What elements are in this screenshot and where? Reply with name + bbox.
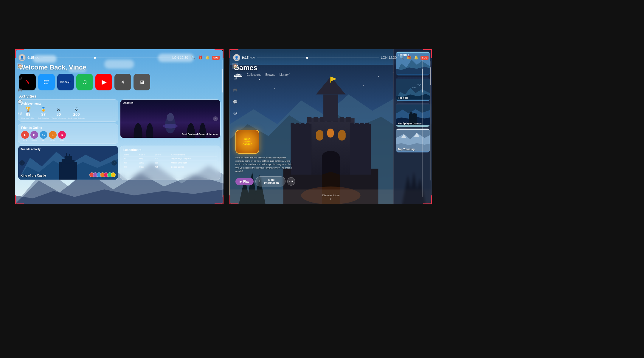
updates-title: Updates [123, 101, 134, 104]
game-logo: KING OF THE CASTLE [235, 130, 259, 154]
svg-rect-17 [66, 153, 67, 158]
svg-point-6 [199, 123, 206, 138]
achievement-item-1: 🏆 98 Champion's Glory [21, 107, 35, 119]
lb-name-1: Serg [138, 157, 154, 161]
friend-name-ruby: Ruby [60, 139, 64, 141]
grid-app[interactable]: ⊞ [134, 74, 150, 90]
panel-trending[interactable]: Top Trending [396, 129, 430, 152]
rs-sidebar-panels: Featured For You [393, 49, 432, 204]
ellipsis-icon: ••• [289, 179, 293, 183]
fa-next-button[interactable]: › [111, 160, 117, 166]
disney-app[interactable]: Disney+ [57, 74, 74, 90]
table-row: 03 Ruby 495 Speed Demon [123, 165, 217, 169]
table-row: 01 Serg 725 Legendary Conqueror [123, 157, 217, 161]
updates-arrow[interactable]: › [213, 116, 218, 121]
rs-sidebar-map-icon[interactable]: 🗺 [232, 110, 238, 117]
leaderboard-table: Rank Name Score Achievements 01 Serg 725… [123, 153, 217, 169]
gift-icon[interactable]: 🎁 [198, 55, 203, 60]
more-options-button[interactable]: ••• [287, 177, 295, 186]
trophy-icon: 🏆 [26, 107, 31, 112]
right-bell-icon[interactable]: 🔔 [413, 55, 419, 60]
svg-rect-45 [340, 117, 344, 122]
rs-sidebar-home-icon[interactable]: 🏠 [232, 63, 238, 69]
right-gift-icon[interactable]: 🎁 [406, 55, 412, 60]
friend-luna: L Luna [21, 131, 29, 141]
bell-icon[interactable]: 🔔 [205, 55, 210, 60]
sidebar-map-icon[interactable]: 🗺 [17, 110, 23, 117]
rs-sidebar-chat-icon[interactable]: 💬 [232, 98, 238, 105]
lb-rank-3: 03 [123, 165, 138, 169]
welcome-message: Welcome Back, Vince [19, 64, 86, 71]
tab-library[interactable]: Library [280, 73, 289, 77]
panel-multiplayer[interactable]: Multiplayer Games [396, 103, 430, 127]
play-label: Play [243, 180, 249, 183]
left-bracket-bl [15, 195, 24, 204]
spotify-app[interactable]: ♫ [76, 74, 93, 90]
panel-multiplayer-label: Multiplayer Games [398, 122, 422, 125]
right-scrollbar[interactable] [422, 60, 423, 197]
achievement-item-3: ⚔ 50 Warrior's Triumph [52, 107, 66, 119]
svg-rect-40 [307, 117, 311, 122]
ach-value-1: 98 [26, 112, 30, 117]
friend-bianca: B Bianca [30, 131, 38, 141]
left-not: NOT [35, 56, 41, 59]
right-search-icon[interactable]: 🔍 [399, 55, 404, 60]
ach-value-3: 50 [56, 112, 60, 117]
svg-rect-34 [306, 123, 309, 127]
svg-rect-32 [296, 123, 300, 127]
right-dot-line [257, 58, 379, 58]
left-sidebar: 🏠 ⊞ 🎮 💬 🗺 [17, 63, 23, 117]
play-button[interactable]: ▶ Play [235, 178, 254, 185]
info-label: More Information [261, 178, 282, 184]
fa-prev-button[interactable]: ‹ [19, 160, 25, 166]
rs-sidebar-apps-icon[interactable]: ⊞ [232, 75, 238, 81]
tab-collections[interactable]: Collections [246, 73, 261, 77]
search-icon[interactable]: 🔍 [190, 55, 196, 60]
tab-browse[interactable]: Browse [265, 73, 275, 77]
fa-av-7 [111, 172, 116, 177]
sidebar-chat-icon[interactable]: 💬 [17, 98, 23, 105]
ach-label-3: Warrior's Triumph [52, 117, 66, 119]
left-scrollbar[interactable] [222, 60, 223, 197]
svg-rect-52 [338, 130, 346, 141]
updates-subtitle: Best Featured Game of the Year [182, 133, 218, 135]
more-info-button[interactable]: ℹ More Information [255, 176, 285, 186]
friends-activity-game: King of the Castle [21, 174, 46, 177]
panel-trending-label: Top Trending [398, 148, 415, 151]
friends-online-card: Friends Online L Luna B Bianca G Gary E … [18, 124, 118, 144]
updates-card: Updates Best Featured Game of the Year › [120, 99, 221, 138]
right-panel-scrollbar[interactable] [430, 61, 431, 180]
svg-rect-35 [350, 124, 371, 175]
achievement-item-4: 🛡 200 Ironknuckle Defender [68, 107, 85, 119]
sidebar-home-icon[interactable]: 🏠 [17, 63, 23, 69]
ch4-app[interactable]: 4 [114, 74, 131, 90]
right-sidebar: 🏠 ⊞ 🎮 💬 🗺 [232, 63, 238, 117]
sidebar-apps-icon[interactable]: ⊞ [17, 75, 23, 81]
lb-rank-1: 01 [123, 157, 138, 161]
svg-rect-31 [291, 123, 294, 127]
left-screen: 👤 9:15 NOT LON 12:30 🔍 🎁 🔔 SOS Welcome B… [15, 49, 224, 204]
game-buttons: ▶ Play ℹ More Information ••• [235, 176, 295, 186]
left-scrollbar-thumb [222, 69, 223, 92]
discover-more[interactable]: Discover More ∨ [322, 194, 339, 200]
prime-app[interactable]: primevideo [38, 74, 55, 90]
right-screen: 👤 9:15 NOT LON 12:30 🔍 🎁 🔔 SOS Games Lat… [229, 49, 432, 204]
sidebar-game-icon[interactable]: 🎮 [17, 87, 23, 93]
game-overlay: KING OF THE CASTLE Rule or rebel in King… [235, 130, 295, 186]
panel-foryou[interactable]: For You [396, 77, 430, 101]
rs-games-title: Games [234, 64, 288, 72]
rs-sidebar-game-icon[interactable]: 🎮 [232, 87, 238, 93]
lb-header-rank: Rank [123, 153, 138, 157]
lb-header-name: Name [138, 153, 154, 157]
achievements-card: Achievements 🏆 98 Champion's Glory 🥇 87 … [18, 99, 118, 122]
friend-pic-bianca: B [30, 131, 38, 139]
game-description: Rule or rebel in King of the Castle: a m… [235, 156, 295, 173]
left-header: 👤 9:15 NOT LON 12:30 🔍 🎁 🔔 SOS [15, 52, 224, 63]
svg-point-9 [163, 124, 178, 129]
svg-rect-47 [323, 95, 338, 121]
svg-rect-39 [365, 123, 369, 127]
svg-rect-33 [301, 123, 304, 127]
youtube-app[interactable]: ▶ [95, 74, 112, 90]
svg-rect-76 [410, 112, 412, 116]
left-time: 9:15 [27, 56, 34, 59]
